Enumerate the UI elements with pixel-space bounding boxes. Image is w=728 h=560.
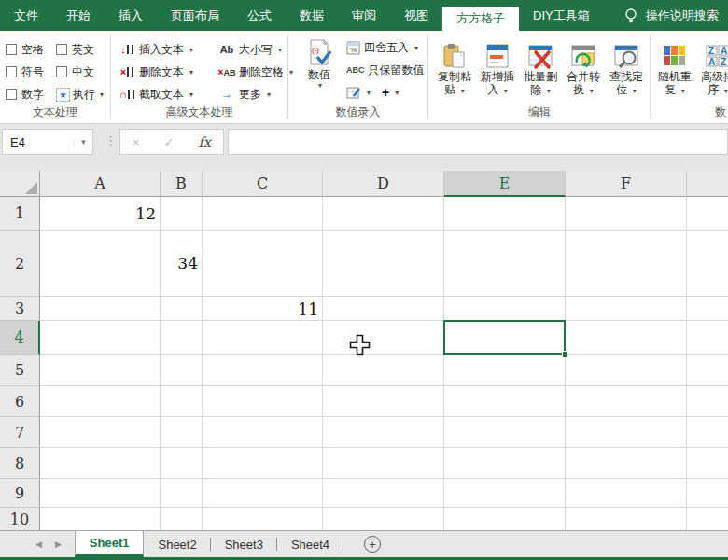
- fill-handle[interactable]: [562, 351, 568, 357]
- numeric-value-button[interactable]: (-) 数值 ▾: [298, 35, 341, 90]
- col-header-E[interactable]: E: [444, 171, 566, 197]
- col-header-partial[interactable]: [687, 171, 728, 197]
- cell-D5[interactable]: [323, 355, 444, 386]
- row-header-9[interactable]: 9: [0, 479, 40, 508]
- row-header-6[interactable]: 6: [0, 386, 40, 417]
- checkbox-item-1[interactable]: 英文: [56, 38, 106, 61]
- tell-me-search[interactable]: 操作说明搜索: [624, 0, 719, 31]
- chevron-down-icon[interactable]: ▾: [395, 89, 399, 97]
- cell-x3[interactable]: [687, 297, 728, 321]
- cell-D3[interactable]: [323, 297, 444, 321]
- col-header-B[interactable]: B: [161, 171, 203, 197]
- sheet-tab-sheet1[interactable]: Sheet1: [75, 531, 145, 557]
- cell-B5[interactable]: [161, 355, 203, 386]
- row-header-7[interactable]: 7: [0, 417, 40, 448]
- prev-sheet-icon[interactable]: ◀: [35, 539, 42, 549]
- checkbox-icon[interactable]: [6, 66, 17, 77]
- find-locate-button[interactable]: 查找定位 ▾: [605, 36, 648, 98]
- sheet-tab-sheet2[interactable]: Sheet2: [144, 531, 210, 557]
- checkbox-icon[interactable]: [56, 66, 67, 77]
- cell-D8[interactable]: [323, 448, 444, 479]
- menu-tab-5[interactable]: 数据: [286, 0, 338, 31]
- cell-F5[interactable]: [566, 355, 687, 386]
- cell-x9[interactable]: [687, 479, 728, 508]
- name-box[interactable]: E4 ▼: [2, 129, 93, 155]
- row-header-4[interactable]: 4: [0, 321, 40, 355]
- cell-A8[interactable]: [40, 448, 161, 479]
- next-sheet-icon[interactable]: ▶: [55, 539, 62, 549]
- cancel-icon[interactable]: ×: [133, 135, 140, 149]
- cell-C3[interactable]: 11: [203, 297, 323, 321]
- cell-B8[interactable]: [161, 448, 203, 479]
- more-button[interactable]: →更多▾: [218, 83, 293, 105]
- formula-input[interactable]: [228, 129, 728, 155]
- menu-tab-9[interactable]: DIY工具箱: [519, 0, 604, 31]
- cell-C4[interactable]: [203, 321, 323, 355]
- cell-x1[interactable]: [687, 197, 728, 231]
- cell-A4[interactable]: [40, 321, 161, 355]
- cell-E8[interactable]: [444, 448, 566, 479]
- cell-D7[interactable]: [323, 417, 444, 448]
- cell-C9[interactable]: [203, 479, 323, 508]
- menu-tab-4[interactable]: 公式: [233, 0, 286, 31]
- menu-tab-7[interactable]: 视图: [390, 0, 442, 31]
- copy-paste-button[interactable]: 复制粘贴 ▾: [433, 36, 476, 98]
- cell-F6[interactable]: [566, 386, 687, 417]
- cell-x5[interactable]: [687, 355, 728, 386]
- col-header-D[interactable]: D: [323, 171, 444, 197]
- delete-text-button[interactable]: ×删除文本▾: [119, 61, 193, 83]
- checkbox-icon[interactable]: [56, 44, 67, 55]
- insert-new-button[interactable]: 新增插入 ▾: [476, 36, 519, 98]
- merge-convert-button[interactable]: 合并转换 ▾: [562, 36, 605, 98]
- keep-values-button[interactable]: ABC 只保留数值: [346, 59, 425, 81]
- chevron-down-icon[interactable]: ▾: [367, 89, 371, 97]
- cell-B4[interactable]: [161, 321, 203, 355]
- menu-tab-6[interactable]: 审阅: [338, 0, 390, 31]
- cut-text-button[interactable]: ∩截取文本▾: [119, 83, 193, 105]
- cell-F7[interactable]: [566, 417, 687, 448]
- cell-A2[interactable]: [40, 231, 161, 297]
- cell-A5[interactable]: [40, 355, 161, 386]
- col-header-A[interactable]: A: [40, 171, 161, 197]
- cell-C5[interactable]: [203, 355, 323, 386]
- cell-F3[interactable]: [566, 297, 687, 321]
- cell-C2[interactable]: [203, 231, 323, 297]
- cell-B3[interactable]: [161, 297, 203, 321]
- cell-D10[interactable]: [323, 508, 444, 530]
- checkbox-icon[interactable]: [6, 89, 17, 100]
- cell-F2[interactable]: [566, 231, 687, 297]
- col-header-C[interactable]: C: [203, 171, 323, 197]
- cell-E1[interactable]: [444, 197, 566, 231]
- cell-E9[interactable]: [444, 479, 566, 508]
- cell-B10[interactable]: [161, 508, 203, 530]
- cell-x4[interactable]: [687, 321, 728, 355]
- cell-E5[interactable]: [444, 355, 566, 386]
- chevron-down-icon[interactable]: ▼: [74, 138, 92, 147]
- cell-D1[interactable]: [323, 197, 444, 231]
- cell-B6[interactable]: [161, 386, 203, 417]
- insert-function-icon[interactable]: fx: [199, 134, 211, 149]
- checkbox-icon[interactable]: [6, 44, 17, 55]
- cell-E6[interactable]: [444, 386, 566, 417]
- checkbox-item-3[interactable]: 中文: [56, 61, 106, 83]
- random-repeat-button[interactable]: 随机重复 ▾: [653, 36, 696, 98]
- cell-x10[interactable]: [687, 508, 728, 530]
- cell-B1[interactable]: [161, 197, 203, 231]
- sheet-tab-sheet3[interactable]: Sheet3: [211, 531, 277, 557]
- cell-C8[interactable]: [203, 448, 323, 479]
- cell-D4[interactable]: [323, 321, 444, 355]
- cell-C7[interactable]: [203, 417, 323, 448]
- enter-icon[interactable]: ✓: [164, 135, 175, 149]
- menu-tab-0[interactable]: 文件: [0, 0, 52, 31]
- select-all-corner[interactable]: [0, 171, 40, 197]
- menu-tab-3[interactable]: 页面布局: [157, 0, 233, 31]
- cell-B7[interactable]: [161, 417, 203, 448]
- cell-x7[interactable]: [687, 417, 728, 448]
- checkbox-item-4[interactable]: 数字: [6, 83, 56, 105]
- cell-F4[interactable]: [566, 321, 687, 355]
- row-header-8[interactable]: 8: [0, 448, 40, 479]
- cell-x2[interactable]: [687, 231, 728, 297]
- plus-button[interactable]: +: [382, 85, 389, 100]
- adv-sort-button[interactable]: ZAAZ高级排序 ▾: [696, 36, 728, 98]
- menu-tab-2[interactable]: 插入: [105, 0, 157, 31]
